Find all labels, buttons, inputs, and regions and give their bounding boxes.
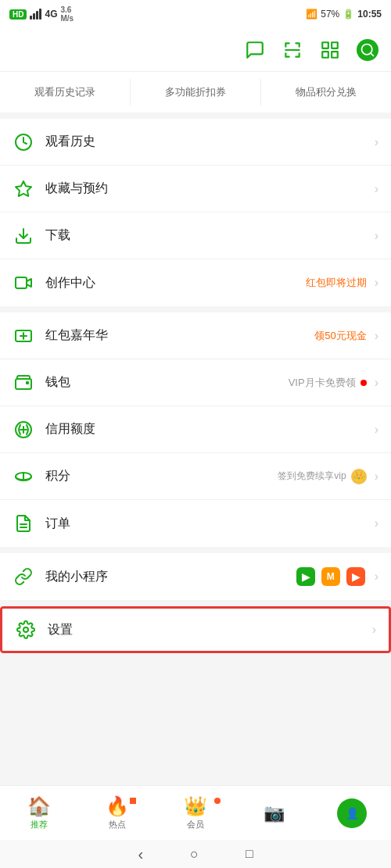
menu-item-wallet[interactable]: 钱包 VIP月卡免费领 › [0,359,391,406]
top-nav [0,28,391,72]
chevron-icon: › [375,423,378,437]
home-button[interactable]: ○ [190,846,199,863]
camera-icon: 📷 [264,803,284,823]
chevron-icon: › [375,470,378,484]
hongbao-right: 领50元现金 › [314,329,378,343]
menu-item-favorites[interactable]: 收藏与预约 › [0,166,391,213]
creator-right-text: 红包即将过期 [306,276,367,290]
hongbao-label: 红包嘉年华 [45,327,314,344]
points-icon [13,466,34,488]
chevron-icon: › [375,229,378,243]
download-label: 下载 [45,227,371,244]
bluetooth-icon: 📶 [306,9,317,20]
credit-label: 信用额度 [45,421,371,438]
tab-camera[interactable]: 📷 [235,803,313,823]
chevron-icon: › [375,135,378,149]
watch-history-label: 观看历史 [45,134,371,150]
chevron-icon: › [375,182,378,196]
wallet-right: VIP月卡免费领 › [289,376,378,390]
svg-rect-4 [332,52,338,58]
tab-home[interactable]: 🏠 推荐 [0,796,78,830]
svg-line-6 [371,52,374,55]
svg-marker-8 [16,181,31,196]
banner-item-1[interactable]: 多功能折扣券 [131,79,261,105]
menu-item-points[interactable]: 积分 签到免费续享vip 👑 › [0,453,391,500]
star-icon [13,178,34,200]
clock-icon [13,131,34,153]
chevron-icon: › [375,570,378,584]
section-settings: 设置 › [0,606,391,653]
tab-member-label: 会员 [187,819,204,830]
mini-programs-label: 我的小程序 [45,569,296,585]
message-icon[interactable] [244,39,266,61]
hongbao-right-text: 领50元现金 [314,329,366,343]
time: 10:55 [357,9,382,20]
section-history: 观看历史 › 收藏与预约 › [0,119,391,306]
search-icon[interactable] [357,39,378,61]
banner-item-2[interactable]: 物品积分兑换 [261,79,391,105]
menu-item-settings[interactable]: 设置 › [0,606,391,653]
points-label: 积分 [45,468,278,484]
section-finance: 红包嘉年华 领50元现金 › 钱包 VIP月卡免费领 › [0,313,391,547]
network-type: 4G [45,9,57,20]
speed: 3.6M/s [60,5,74,23]
menu-item-hongbao[interactable]: 红包嘉年华 领50元现金 › [0,313,391,359]
video-icon [13,272,34,294]
bottom-nav: 🏠 推荐 🔥 热点 👑 会员 📷 👤 [0,785,391,840]
mini-programs-right: ▶ M ▶ › [296,567,378,586]
grid-icon[interactable] [319,39,341,61]
signal-icon [30,9,41,20]
scan-icon[interactable] [282,39,303,61]
link-icon [13,566,34,588]
credit-right: › [371,423,378,437]
menu-item-credit[interactable]: 信用额度 › [0,406,391,453]
points-right-text: 签到免费续享vip [278,470,346,483]
battery-icon: 🔋 [343,9,354,20]
back-button[interactable]: ‹ [138,845,143,863]
menu-item-mini-programs[interactable]: 我的小程序 ▶ M ▶ › [0,553,391,600]
download-right: › [371,229,378,243]
wallet-icon [13,372,34,394]
points-right: 签到免费续享vip 👑 › [278,469,378,484]
status-right: 📶 57% 🔋 10:55 [306,9,382,20]
tab-member[interactable]: 👑 会员 [156,796,235,830]
gear-icon [15,619,37,641]
member-icon: 👑 [185,796,206,816]
orders-right: › [371,516,378,530]
avatar: 👤 [337,798,367,828]
tab-hot[interactable]: 🔥 热点 [78,796,156,830]
menu-item-orders[interactable]: 订单 › [0,500,391,547]
avatar-text: 👤 [346,807,359,820]
creator-right: 红包即将过期 › [306,276,378,290]
content-area: 观看历史 › 收藏与预约 › [0,119,391,744]
menu-item-watch-history[interactable]: 观看历史 › [0,119,391,166]
member-dot [214,798,221,804]
crown-icon: 👑 [351,469,367,484]
svg-rect-3 [322,52,328,58]
orders-label: 订单 [45,516,371,532]
svg-point-21 [23,627,28,632]
tab-profile[interactable]: 👤 [313,798,391,828]
chevron-icon: › [375,276,378,290]
money-icon [13,325,34,347]
wallet-right-text: VIP月卡免费领 [289,376,356,390]
orders-icon [13,513,34,534]
svg-rect-1 [322,42,328,48]
banner-item-0[interactable]: 观看历史记录 [0,79,131,105]
tab-home-label: 推荐 [30,819,48,830]
system-nav-bar: ‹ ○ □ [0,840,391,868]
hd-badge: HD [9,9,27,20]
svg-rect-2 [332,42,338,48]
battery-level: 57% [321,9,339,20]
menu-item-download[interactable]: 下载 › [0,213,391,259]
status-left: HD 4G 3.6M/s [9,5,74,23]
svg-rect-10 [16,277,27,288]
section-mini-programs: 我的小程序 ▶ M ▶ › [0,553,391,600]
recent-button[interactable]: □ [246,847,253,861]
home-icon: 🏠 [29,796,49,816]
mini-icon-0: ▶ [296,567,315,586]
menu-item-creator[interactable]: 创作中心 红包即将过期 › [0,259,391,306]
credit-icon [13,419,34,441]
settings-right: › [369,623,376,637]
tab-hot-label: 热点 [109,819,126,830]
